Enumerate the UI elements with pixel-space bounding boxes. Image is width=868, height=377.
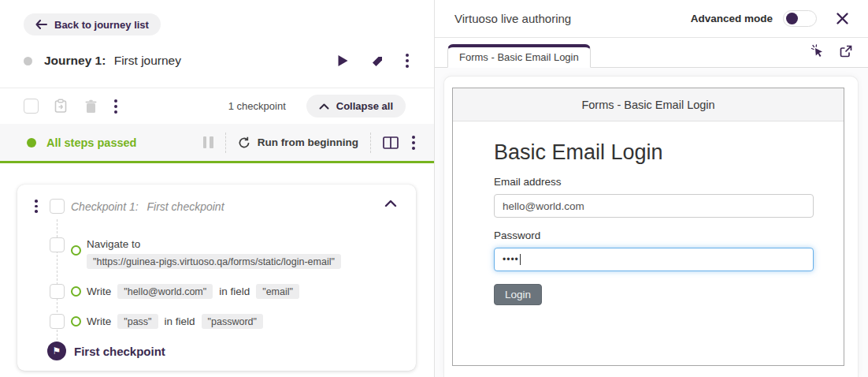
toolbar-menu-button[interactable] [113, 98, 119, 115]
live-authoring-header: Virtuoso live authoring Advanced mode [435, 0, 868, 38]
step-row[interactable]: Write "pass" in field "password" [87, 314, 263, 329]
authoring-surface: Forms - Basic Email Login Basic Email Lo… [443, 76, 859, 377]
journey-header: Journey 1: First journey [24, 49, 410, 73]
checkpoint-flag-icon: ⚑ [47, 342, 66, 360]
tab-forms-basic-email-login[interactable]: Forms - Basic Email Login [447, 44, 591, 68]
status-text: All steps passed [46, 136, 136, 149]
step-status-ring-icon [71, 245, 81, 256]
execution-status-bar: All steps passed Run from beginning [0, 124, 434, 163]
checkpoint-toolbar: 1 checkpoint Collapse all [0, 88, 434, 124]
step-status-ring-icon [71, 316, 81, 327]
tab-label: Forms - Basic Email Login [459, 51, 579, 63]
step-action: Write [87, 315, 111, 327]
journey-number: Journey 1: [44, 54, 106, 67]
paste-button[interactable] [52, 97, 69, 115]
step-checkbox[interactable] [50, 314, 65, 329]
email-field[interactable]: hello@world.com [494, 194, 814, 218]
app-preview-frame: Forms - Basic Email Login Basic Email Lo… [452, 88, 844, 366]
collapse-all-label: Collapse all [336, 100, 393, 112]
status-menu-button[interactable] [410, 134, 417, 151]
kebab-menu-icon [412, 136, 415, 150]
email-label: Email address [494, 176, 814, 188]
delete-button[interactable] [83, 98, 99, 115]
step-checkbox[interactable] [50, 237, 65, 252]
pause-icon [203, 136, 207, 148]
login-button[interactable]: Login [494, 284, 542, 305]
select-all-checkbox[interactable] [24, 99, 39, 114]
browser-tab-strip: Forms - Basic Email Login [435, 38, 868, 68]
step-action: Navigate to [87, 238, 140, 250]
password-label: Password [494, 230, 814, 241]
columns-icon [383, 136, 399, 149]
open-external-button[interactable] [838, 43, 854, 59]
back-button-label: Back to journey list [54, 19, 149, 31]
step-value-chip[interactable]: "pass" [117, 314, 158, 329]
external-link-icon [840, 45, 852, 58]
collapse-checkpoint-button[interactable] [383, 198, 399, 209]
run-from-beginning-label: Run from beginning [258, 136, 358, 148]
back-arrow-icon [35, 20, 47, 29]
email-value: hello@world.com [503, 200, 584, 212]
kebab-menu-icon [114, 99, 117, 114]
text-caret [520, 254, 521, 265]
step-field-chip[interactable]: "password" [202, 314, 263, 329]
kebab-menu-icon [406, 54, 409, 68]
journey-name: First journey [114, 54, 181, 67]
checkpoint-checkbox[interactable] [50, 199, 65, 214]
tag-icon [371, 55, 384, 67]
checkpoint-title-label: Checkpoint 1: [71, 200, 139, 213]
divider [370, 133, 371, 153]
virtuoso-app: Back to journey list Journey 1: First jo… [0, 0, 868, 377]
close-icon [836, 12, 849, 25]
checkpoint-card: Checkpoint 1: First checkpoint Navigate … [17, 185, 416, 371]
interact-mode-button[interactable] [809, 43, 826, 60]
close-panel-button[interactable] [834, 10, 851, 27]
chevron-up-icon [319, 103, 329, 110]
step-row[interactable]: Write "hello@world.com" in field "email" [87, 284, 299, 299]
step-connector-text: in field [165, 315, 195, 327]
refresh-icon [238, 136, 250, 149]
flag-glyph: ⚑ [53, 346, 61, 356]
side-by-side-view-button[interactable] [381, 135, 400, 151]
step-action: Write [87, 286, 111, 297]
play-icon [337, 54, 349, 67]
panel-title: Virtuoso live authoring [454, 12, 571, 25]
run-from-beginning-button[interactable]: Run from beginning [236, 135, 360, 151]
journey-panel: Back to journey list Journey 1: First jo… [0, 0, 434, 377]
step-field-chip[interactable]: "email" [256, 284, 299, 299]
clipboard-icon [54, 99, 68, 114]
checkpoint-drag-handle[interactable] [35, 200, 38, 213]
journey-menu-button[interactable] [404, 52, 410, 69]
step-status-ring-icon [71, 286, 81, 297]
password-field[interactable]: •••• [494, 248, 814, 271]
journey-title: Journey 1: First journey [44, 54, 181, 68]
checkpoint-title-name: First checkpoint [147, 200, 224, 213]
checkpoint-flag-label: First checkpoint [74, 345, 165, 358]
back-to-journey-list-button[interactable]: Back to journey list [24, 13, 161, 35]
preview-page-header: Forms - Basic Email Login [453, 88, 844, 121]
cursor-sparkle-icon [811, 44, 825, 58]
step-checkbox[interactable] [50, 284, 65, 299]
step-target-chip[interactable]: "https://guinea-pigs.virtuoso.qa/forms/s… [87, 254, 341, 269]
step-value-chip[interactable]: "hello@world.com" [117, 284, 213, 299]
chevron-up-icon [384, 200, 397, 207]
trash-icon [84, 99, 98, 114]
advanced-mode-toggle[interactable] [783, 10, 817, 27]
login-button-label: Login [505, 289, 531, 300]
tag-journey-button[interactable] [369, 54, 385, 69]
pause-icon [210, 136, 213, 148]
preview-page-title: Forms - Basic Email Login [581, 99, 714, 111]
step-row[interactable]: Navigate to [87, 238, 140, 250]
collapse-all-button[interactable]: Collapse all [306, 95, 406, 118]
preview-heading: Basic Email Login [494, 140, 814, 165]
checkpoint-count: 1 checkpoint [228, 100, 286, 112]
pause-button[interactable] [202, 135, 215, 150]
status-dot [27, 138, 36, 147]
password-value: •••• [503, 254, 519, 265]
journey-status-dot [24, 57, 32, 65]
live-authoring-panel: Virtuoso live authoring Advanced mode Fo… [434, 0, 868, 377]
advanced-mode-label: Advanced mode [691, 13, 773, 24]
run-journey-button[interactable] [336, 53, 351, 69]
checkpoint-title: Checkpoint 1: First checkpoint [71, 200, 224, 213]
step-row[interactable]: "https://guinea-pigs.virtuoso.qa/forms/s… [87, 254, 341, 269]
